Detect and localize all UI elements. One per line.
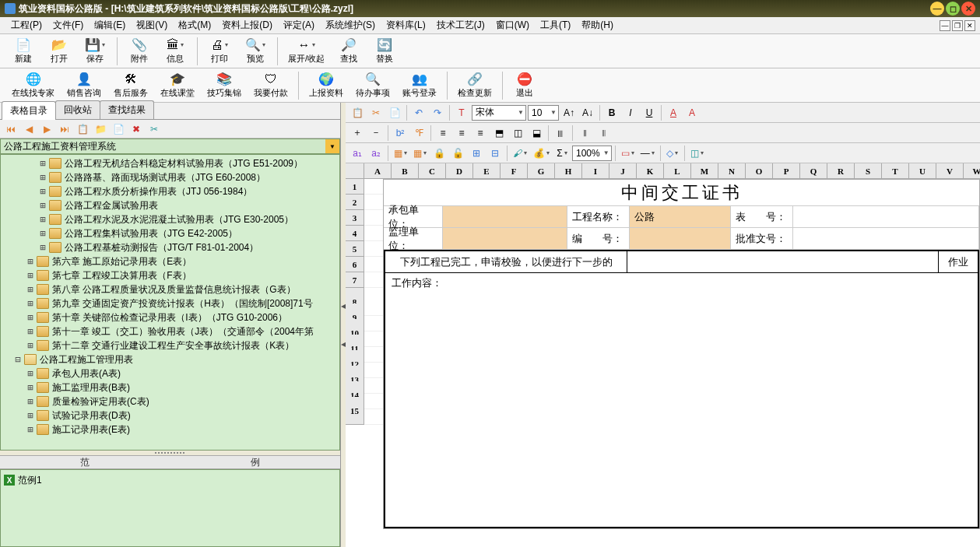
expert-button[interactable]: 🌐在线找专家 [6,70,60,101]
service-button[interactable]: 🛠售后服务 [108,70,153,101]
tree-node[interactable]: ⊞第十二章 交通行业建设工程生产安全事故统计报表（K表） [1,338,339,352]
minus-icon[interactable]: － [367,124,385,142]
input-next-step[interactable] [627,251,939,272]
input-contractor[interactable] [443,206,567,227]
tab-2[interactable]: 查找结果 [100,100,154,119]
undo-icon[interactable]: ↶ [410,104,427,121]
tree-node[interactable]: ⊞第七章 工程竣工决算用表（F表） [1,268,339,282]
workcontent-area[interactable] [385,293,978,527]
grid-icon[interactable]: ▦▾ [392,145,409,162]
paint-icon[interactable]: 🖌▾ [511,145,529,162]
todo-button[interactable]: 🔍待办事项 [350,70,395,101]
expand-icon[interactable]: ⊞ [38,214,47,225]
col-N[interactable]: N [718,163,746,179]
page-icon[interactable]: 📄 [111,121,126,137]
example-row[interactable]: X 范例1 [4,473,336,487]
expand-icon[interactable]: ⊞ [38,242,47,253]
input-supervisor[interactable] [443,228,567,249]
tree-node[interactable]: ⊞施工监理用表(B表) [1,380,339,394]
align-right-icon[interactable]: ≡ [472,124,489,142]
sales-button[interactable]: 👤销售咨询 [61,70,107,101]
row-7[interactable]: 7 [346,272,364,288]
row-3[interactable]: 3 [346,210,364,226]
col-L[interactable]: L [664,163,691,179]
expand-icon[interactable]: ⊞ [26,312,35,323]
plus-icon[interactable]: ＋ [349,124,366,142]
grid-corner[interactable] [346,163,364,179]
col-E[interactable]: E [473,163,501,179]
menu-资料上报D[interactable]: 资料上报(D) [217,17,277,33]
menu-资料库L[interactable]: 资料库(L) [381,17,430,33]
menu-窗口W[interactable]: 窗口(W) [491,17,534,33]
form-tree[interactable]: ⊞公路工程无机结合料稳定材料试验用表（JTG E51-2009）⊞公路路基、路面… [0,154,340,451]
font-color2-button[interactable]: A [683,104,701,121]
expand-icon[interactable]: ⊞ [26,326,35,337]
col-V[interactable]: V [936,163,964,179]
tree-node[interactable]: ⊞公路工程水质分析操作用表（JTJ 056-1984） [1,184,339,198]
input-tableno[interactable] [793,206,979,227]
tree-node[interactable]: ⊞公路路基、路面现场测试用表（JTG E60-2008） [1,170,339,184]
copy-icon[interactable]: 📋 [75,121,90,137]
sub2-icon[interactable]: a₂ [367,145,385,162]
open-button[interactable]: 📂打开 [42,36,76,67]
menu-编辑E[interactable]: 编辑(E) [90,17,130,33]
info-button[interactable]: 🏛▾信息 [158,36,192,67]
class-button[interactable]: 🎓在线课堂 [155,70,200,101]
maximize-button[interactable]: ◻ [946,2,960,16]
tree-node[interactable]: ⊟公路工程施工管理用表 [1,352,339,366]
tips-button[interactable]: 📚技巧集锦 [202,70,247,101]
valign-mid-icon[interactable]: ◫ [509,124,526,142]
col-J[interactable]: J [609,163,637,179]
redo-icon[interactable]: ↷ [429,104,446,121]
preview-button[interactable]: 🔍▾预览 [238,36,272,67]
expand-icon[interactable]: ⊞ [26,270,35,281]
expand-icon[interactable]: ⊞ [26,298,35,309]
input-project[interactable]: 公路 [630,206,731,227]
nav-first-icon[interactable]: ⏮ [3,121,19,137]
col-S[interactable]: S [855,163,882,179]
sum-icon[interactable]: Σ▾ [553,145,571,162]
menu-工程P[interactable]: 工程(P) [6,17,47,33]
menu-帮助H[interactable]: 帮助(H) [577,17,618,33]
fill-icon[interactable]: 💰▾ [531,145,552,162]
align-center-icon[interactable]: ≡ [453,124,470,142]
tree-node[interactable]: ⊞第八章 公路工程质量状况及质量监督信息统计报表（G表） [1,282,339,296]
cut-icon[interactable]: ✂ [367,104,385,121]
unlock-icon[interactable]: 🔓 [449,145,466,162]
insert-row-icon[interactable]: ⊞ [468,145,485,162]
row-15[interactable]: 15 [346,397,364,425]
shape-icon[interactable]: ◇▾ [664,145,681,162]
menu-评定A[interactable]: 评定(A) [279,17,319,33]
paste-icon[interactable]: 📄 [386,104,403,121]
tree-node[interactable]: ⊞试验记录用表(D表) [1,408,339,423]
close-button[interactable]: ✕ [961,2,975,16]
update-button[interactable]: 🔗检查更新 [452,70,497,101]
expand-icon[interactable]: ⊞ [38,158,47,169]
nav-prev-icon[interactable]: ◀ [21,121,37,137]
expand-icon[interactable]: ⊞ [26,340,35,351]
tab-0[interactable]: 表格目录 [2,101,56,120]
tree-node[interactable]: ⊞第十一章 竣工（交工）验收用表（J表）（交通部令（2004年第 [1,324,339,338]
delete-icon[interactable]: ✖ [128,121,144,137]
col-U[interactable]: U [909,163,936,179]
save-button[interactable]: 💾▾保存 [78,36,112,67]
col-W[interactable]: W [964,163,980,179]
combo-dropdown-icon[interactable]: ▼ [325,139,339,153]
valign-top-icon[interactable]: ⬒ [490,124,508,142]
menu-文件F[interactable]: 文件(F) [48,17,88,33]
align-left-icon[interactable]: ≡ [434,124,451,142]
new-button[interactable]: 📄新建 [6,36,40,67]
expand-icon[interactable]: ⊞ [38,200,47,211]
expand-icon[interactable]: ⊞ [26,382,35,393]
menu-格式M[interactable]: 格式(M) [174,17,216,33]
copy-icon[interactable]: 📋 [349,104,366,121]
symbol-icon[interactable]: ℉ [410,124,427,142]
font-color-button[interactable]: A [665,104,682,121]
mdi-minimize[interactable]: — [940,20,950,31]
row-6[interactable]: 6 [346,257,364,272]
cut-icon[interactable]: ✂ [146,121,162,137]
col-M[interactable]: M [691,163,718,179]
line-icon[interactable]: —▾ [638,145,657,162]
col-C[interactable]: C [419,163,446,179]
font-bigger-icon[interactable]: A↑ [560,104,578,121]
